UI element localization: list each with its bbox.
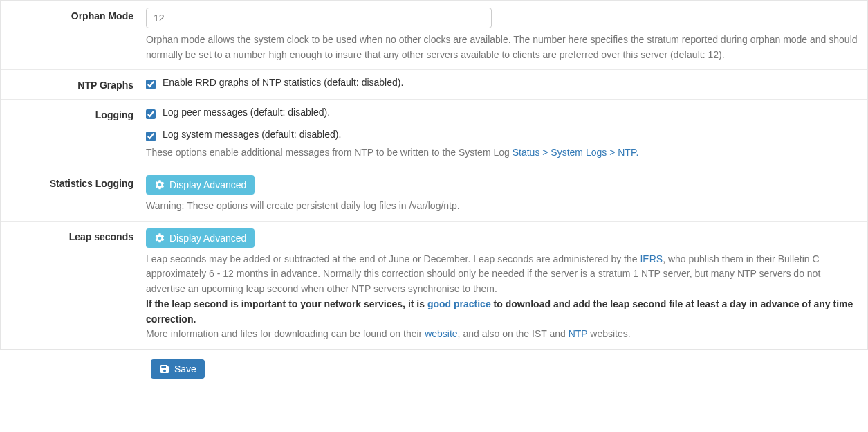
orphan-mode-help: Orphan mode allows the system clock to b…	[146, 33, 860, 62]
row-ntp-graphs: NTP Graphs Enable RRD graphs of NTP stat…	[1, 69, 867, 99]
stats-warning: Warning: These options will create persi…	[146, 199, 860, 214]
log-system-label: Log system messages (default: disabled).	[163, 129, 341, 140]
leap-p3b: , and also on the IST and	[458, 328, 569, 339]
leap-button-label: Display Advanced	[169, 233, 246, 244]
label-stats-logging: Statistics Logging	[8, 175, 146, 214]
row-logging: Logging Log peer messages (default: disa…	[1, 99, 867, 168]
leap-help: Leap seconds may be added or subtracted …	[146, 252, 860, 342]
leap-display-advanced-button[interactable]: Display Advanced	[146, 228, 255, 248]
leap-p1a: Leap seconds may be added or subtracted …	[146, 253, 640, 264]
gear-icon	[154, 233, 165, 244]
ntp-graphs-checkbox-label: Enable RRD graphs of NTP statistics (def…	[163, 77, 403, 88]
label-ntp-graphs: NTP Graphs	[8, 77, 146, 92]
save-row: Save	[0, 350, 868, 393]
log-peer-checkbox[interactable]	[146, 109, 156, 119]
leap-p2-period: .	[193, 314, 196, 325]
settings-panel: Orphan Mode Orphan mode allows the syste…	[0, 0, 868, 350]
leap-p3a: More information and files for downloadi…	[146, 328, 425, 339]
save-button[interactable]: Save	[151, 359, 205, 379]
leap-p2a: If the leap second is important to your …	[146, 298, 427, 309]
stats-button-label: Display Advanced	[169, 179, 246, 190]
label-orphan-mode: Orphan Mode	[8, 8, 146, 62]
label-leap-seconds: Leap seconds	[8, 228, 146, 342]
leap-p3c: websites.	[587, 328, 630, 339]
logging-help: These options enable additional messages…	[146, 145, 860, 161]
save-button-label: Save	[174, 363, 196, 375]
log-system-checkbox[interactable]	[146, 132, 156, 141]
ntp-graphs-checkbox[interactable]	[146, 80, 156, 89]
row-leap-seconds: Leap seconds Display Advanced Leap secon…	[1, 221, 867, 349]
log-peer-label: Log peer messages (default: disabled).	[163, 107, 330, 118]
row-orphan-mode: Orphan Mode Orphan mode allows the syste…	[1, 1, 867, 69]
leap-website-link[interactable]: website	[425, 328, 457, 339]
save-icon	[159, 363, 170, 375]
orphan-mode-input[interactable]	[146, 8, 492, 28]
leap-good-practice-link[interactable]: good practice	[427, 298, 491, 309]
row-stats-logging: Statistics Logging Display Advanced Warn…	[1, 168, 867, 221]
logging-help-text: These options enable additional messages…	[146, 147, 513, 158]
label-logging: Logging	[8, 107, 146, 161]
stats-display-advanced-button[interactable]: Display Advanced	[146, 175, 255, 195]
leap-iers-link[interactable]: IERS	[640, 253, 663, 264]
leap-ntp-link[interactable]: NTP	[569, 328, 588, 339]
gear-icon	[154, 179, 165, 190]
logging-help-link[interactable]: Status > System Logs > NTP.	[513, 147, 639, 158]
